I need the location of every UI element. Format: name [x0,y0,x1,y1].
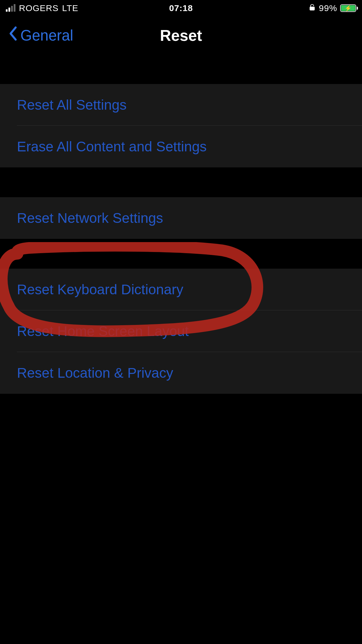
list-item-label: Erase All Content and Settings [17,139,207,155]
section-gap [0,239,362,269]
section-gap [0,54,362,84]
nav-bar: General Reset [0,16,362,54]
status-bar: ROGERS LTE 07:18 99% ⚡ [0,0,362,16]
reset-location-privacy-button[interactable]: Reset Location & Privacy [0,352,362,394]
reset-home-screen-layout-button[interactable]: Reset Home Screen Layout [0,310,362,352]
chevron-left-icon [8,26,18,45]
list-group: Reset All Settings Erase All Content and… [0,84,362,167]
reset-network-settings-button[interactable]: Reset Network Settings [0,197,362,239]
svg-rect-0 [310,7,314,10]
section-gap [0,167,362,197]
list-item-label: Reset Network Settings [17,210,163,226]
back-button[interactable]: General [8,26,73,45]
battery-icon: ⚡ [340,4,356,12]
list-group: Reset Network Settings [0,197,362,239]
list-item-label: Reset Keyboard Dictionary [17,281,183,298]
status-left: ROGERS LTE [6,3,78,13]
list-item-label: Reset Home Screen Layout [17,323,189,339]
battery-percent-label: 99% [319,3,337,13]
orientation-lock-icon [308,3,316,13]
clock-label: 07:18 [169,3,193,13]
list-item-label: Reset All Settings [17,97,126,113]
reset-all-settings-button[interactable]: Reset All Settings [0,84,362,126]
carrier-label: ROGERS [19,3,59,13]
list-item-label: Reset Location & Privacy [17,365,173,381]
back-label: General [20,27,73,44]
network-type-label: LTE [62,3,78,13]
status-right: 99% ⚡ [308,3,356,13]
list-group: Reset Keyboard Dictionary Reset Home Scr… [0,269,362,394]
reset-keyboard-dictionary-button[interactable]: Reset Keyboard Dictionary [0,269,362,310]
erase-all-content-button[interactable]: Erase All Content and Settings [0,126,362,167]
page-title: Reset [160,27,202,44]
cell-signal-icon [6,5,15,12]
